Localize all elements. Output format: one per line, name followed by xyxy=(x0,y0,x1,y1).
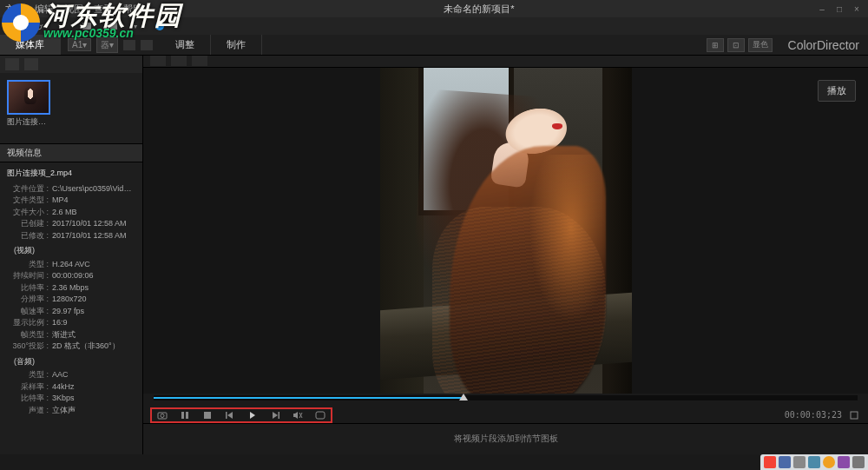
info-row: 比特率 :2.36 Mbps xyxy=(7,282,135,295)
info-row: 类型 :H.264 AVC xyxy=(7,259,135,271)
tray-input-icon[interactable] xyxy=(779,456,791,468)
prev-frame-button[interactable] xyxy=(223,409,237,421)
color-toggle-button[interactable]: 显色 xyxy=(748,38,773,52)
filter-dropdown[interactable]: 器▾ xyxy=(96,37,118,53)
tab-adjust[interactable]: 调整 xyxy=(160,35,211,55)
svg-point-4 xyxy=(161,414,164,417)
tray-gear-icon[interactable] xyxy=(838,456,850,468)
svg-rect-2 xyxy=(110,23,117,30)
folder-icon[interactable] xyxy=(141,40,153,50)
add-media-button[interactable] xyxy=(5,58,19,70)
play-button[interactable]: 播放 xyxy=(818,80,856,102)
preview-tool-1[interactable] xyxy=(150,56,166,66)
video-info-header: 视频信息 xyxy=(0,143,142,162)
layout-single-icon[interactable]: ⊞ xyxy=(707,38,724,52)
undo-button[interactable] xyxy=(5,19,23,33)
timecode-display: 00:00:03;23 xyxy=(785,410,842,420)
svg-rect-6 xyxy=(186,412,188,419)
tray-keyboard-icon[interactable] xyxy=(793,456,806,468)
preview-tool-3[interactable] xyxy=(192,56,207,66)
project-title: 未命名的新项目* xyxy=(444,3,514,16)
info-row: 帧类型 :渐进式 xyxy=(7,329,135,341)
left-panel: 图片连接项_2... 视频信息 图片连接项_2.mp4 文件位置 :C:\Use… xyxy=(0,56,143,454)
svg-rect-8 xyxy=(226,412,227,419)
maximize-button[interactable]: □ xyxy=(833,4,845,14)
media-thumbnails: 图片连接项_2... xyxy=(0,73,142,135)
transport-bar: 00:00:03;23 xyxy=(143,407,868,423)
minimize-button[interactable]: – xyxy=(816,4,828,14)
svg-rect-11 xyxy=(851,412,858,419)
tray-smile-icon[interactable] xyxy=(823,456,835,468)
info-row: 声道 :立体声 xyxy=(7,405,135,417)
os-tray xyxy=(760,454,868,470)
info-video-group: (视频) xyxy=(14,245,135,257)
info-row: 持续时间 :00:00:09:06 xyxy=(7,270,135,282)
preview-tool-2[interactable] xyxy=(171,56,187,66)
window-controls: – □ × xyxy=(816,4,863,14)
svg-rect-5 xyxy=(181,412,184,419)
video-info-panel: 图片连接项_2.mp4 文件位置 :C:\Users\pc0359\Videos… xyxy=(0,162,142,454)
loop-button[interactable] xyxy=(313,409,327,421)
thumb-image xyxy=(7,80,50,115)
video-preview: 播放 xyxy=(143,68,868,394)
info-row: 比特率 :3Kbps xyxy=(7,393,135,405)
svg-rect-0 xyxy=(82,23,91,30)
media-thumb[interactable]: 图片连接项_2... xyxy=(7,80,50,128)
thumb-label: 图片连接项_2... xyxy=(7,116,50,128)
preview-frame xyxy=(380,68,632,394)
record-button[interactable] xyxy=(151,19,168,33)
tray-settings-icon[interactable] xyxy=(852,456,865,468)
snapshot-button[interactable] xyxy=(155,409,169,421)
stop-button[interactable] xyxy=(201,409,214,421)
next-frame-button[interactable] xyxy=(268,409,282,421)
info-row: 已修改 :2017/10/01 12:58 AM xyxy=(7,230,135,242)
info-row: 采样率 :44kHz xyxy=(7,381,135,394)
tab-produce[interactable]: 制作 xyxy=(211,35,262,55)
main-toolbar: | ▾ xyxy=(0,17,868,35)
layout-split-icon[interactable]: ⊡ xyxy=(727,38,745,52)
transport-controls-highlight xyxy=(150,407,332,423)
timeline[interactable] xyxy=(143,394,868,407)
close-button[interactable]: × xyxy=(851,4,863,14)
tray-ime-icon[interactable] xyxy=(764,456,776,468)
tray-mic-icon[interactable] xyxy=(808,456,820,468)
fullscreen-button[interactable] xyxy=(847,409,861,421)
preview-toolbar xyxy=(143,56,868,68)
tab-media-library[interactable]: 媒体库 xyxy=(0,35,61,55)
redo-button[interactable] xyxy=(30,19,47,33)
pause-button[interactable] xyxy=(178,409,192,421)
svg-rect-1 xyxy=(105,23,109,30)
import-icon[interactable] xyxy=(123,40,135,50)
menu-help[interactable]: 帮助 xyxy=(123,3,142,16)
info-row: 文件类型 :MP4 xyxy=(7,195,135,207)
playhead-icon[interactable] xyxy=(459,394,468,400)
info-row: 类型 :AAC xyxy=(7,369,135,381)
dropdown-button[interactable]: ▾ xyxy=(127,19,144,33)
menu-look[interactable]: 查看 xyxy=(94,3,113,16)
play-forward-button[interactable] xyxy=(246,409,260,421)
panel-button[interactable] xyxy=(102,19,120,33)
svg-rect-7 xyxy=(204,412,211,419)
storyboard-drop-hint[interactable]: 将视频片段添加到情节图板 xyxy=(143,423,868,454)
info-row: 帧速率 :29.97 fps xyxy=(7,306,135,318)
menu-file[interactable]: 文件 xyxy=(5,3,24,16)
menu-edit[interactable]: 编辑 xyxy=(35,3,54,16)
menu-view[interactable]: 视图 xyxy=(64,3,83,16)
info-row: 文件位置 :C:\Users\pc0359\Videos... xyxy=(7,183,135,195)
app-brand: ColorDirector xyxy=(779,38,868,52)
svg-rect-10 xyxy=(316,412,325,419)
info-row: 文件大小 :2.6 MB xyxy=(7,207,135,219)
info-row: 分辨率 :1280x720 xyxy=(7,294,135,306)
mute-button[interactable] xyxy=(291,409,305,421)
sort-dropdown[interactable]: A1▾ xyxy=(68,38,91,51)
color-tool-button[interactable] xyxy=(78,19,95,33)
info-row: 360°投影 :2D 格式（非360°） xyxy=(7,341,135,353)
media-subtoolbar: A1▾ 器▾ xyxy=(61,35,160,55)
info-audio-group: (音频) xyxy=(14,356,135,368)
workspace-tabs: 媒体库 A1▾ 器▾ 调整 制作 ⊞ ⊡ 显色 ColorDirector xyxy=(0,35,868,56)
preview-panel: 播放 xyxy=(143,56,868,454)
info-filename: 图片连接项_2.mp4 xyxy=(7,168,135,180)
menubar: 文件 编辑 视图 查看 帮助 未命名的新项目* – □ × xyxy=(0,0,868,17)
separator-icon: | xyxy=(54,19,71,33)
remove-media-button[interactable] xyxy=(24,58,38,70)
